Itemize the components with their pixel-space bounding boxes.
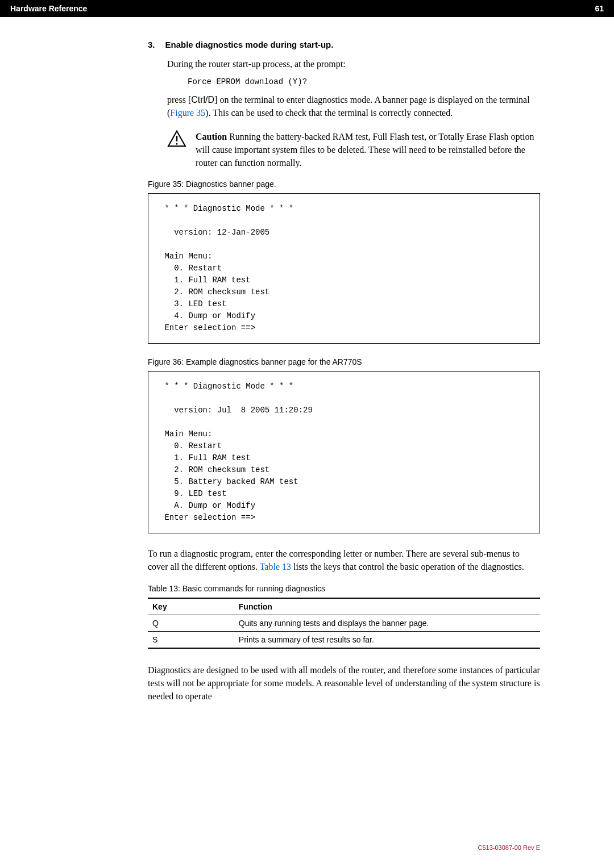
table-row: Q Quits any running tests and displays t… xyxy=(148,615,540,631)
page-header: Hardware Reference 61 xyxy=(0,0,614,17)
cell-key: S xyxy=(148,631,234,648)
paragraph-3: To run a diagnostic program, enter the c… xyxy=(148,547,540,573)
caution-label: Caution xyxy=(196,132,227,141)
figure-35-code: * * * Diagnostic Mode * * * version: 12-… xyxy=(148,193,540,344)
caution-block: Caution Running the battery-backed RAM t… xyxy=(167,130,540,170)
commands-table: Key Function Q Quits any running tests a… xyxy=(148,598,540,649)
cell-key: Q xyxy=(148,615,234,631)
document-code: C613-03087-00 Rev E xyxy=(478,844,540,851)
step-heading: 3. Enable diagnostics mode during start-… xyxy=(148,40,540,49)
code-prompt: Force EPROM download (Y)? xyxy=(188,77,540,86)
svg-point-2 xyxy=(176,143,178,144)
warning-icon xyxy=(167,130,186,170)
figure-35-link[interactable]: Figure 35 xyxy=(170,108,205,118)
paragraph-2: press [Ctrl/D] on the terminal to enter … xyxy=(167,93,540,119)
table-13-link[interactable]: Table 13 xyxy=(260,562,291,571)
cell-function: Prints a summary of test results so far. xyxy=(234,631,540,648)
col-function: Function xyxy=(234,598,540,615)
page-content: 3. Enable diagnostics mode during start-… xyxy=(0,17,614,703)
table-header-row: Key Function xyxy=(148,598,540,615)
table-13-caption: Table 13: Basic commands for running dia… xyxy=(148,584,540,593)
step-title: Enable diagnostics mode during start-up. xyxy=(165,40,334,49)
figure-36-code: * * * Diagnostic Mode * * * version: Jul… xyxy=(148,371,540,533)
cell-function: Quits any running tests and displays the… xyxy=(234,615,540,631)
figure-36-caption: Figure 36: Example diagnostics banner pa… xyxy=(148,357,540,366)
col-key: Key xyxy=(148,598,234,615)
header-page-number: 61 xyxy=(595,4,604,13)
header-section-title: Hardware Reference xyxy=(10,4,87,13)
paragraph-1: During the router start-up process, at t… xyxy=(167,57,540,70)
caution-text: Caution Running the battery-backed RAM t… xyxy=(196,130,540,170)
key-combo: Ctrl/D xyxy=(191,95,214,105)
step-number: 3. xyxy=(148,40,155,49)
table-row: S Prints a summary of test results so fa… xyxy=(148,631,540,648)
figure-35-caption: Figure 35: Diagnostics banner page. xyxy=(148,180,540,189)
paragraph-4: Diagnostics are designed to be used with… xyxy=(148,663,540,703)
